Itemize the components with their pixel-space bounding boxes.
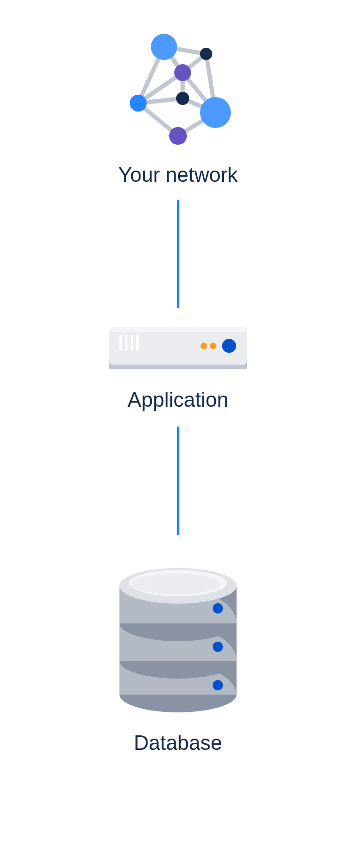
svg-point-27 bbox=[210, 343, 216, 349]
svg-point-15 bbox=[130, 95, 147, 112]
svg-point-35 bbox=[213, 642, 223, 652]
network-graph-icon bbox=[117, 28, 239, 150]
svg-point-16 bbox=[176, 92, 189, 105]
application-label: Application bbox=[127, 388, 228, 412]
svg-point-17 bbox=[200, 97, 231, 128]
connector-line bbox=[177, 427, 179, 535]
svg-rect-25 bbox=[136, 335, 139, 351]
svg-point-14 bbox=[174, 64, 191, 81]
svg-point-26 bbox=[200, 343, 207, 349]
svg-rect-21 bbox=[109, 327, 247, 332]
connector-line bbox=[177, 200, 179, 308]
svg-point-32 bbox=[213, 680, 223, 690]
svg-point-40 bbox=[213, 603, 223, 614]
svg-point-28 bbox=[222, 339, 236, 353]
svg-rect-24 bbox=[131, 335, 133, 351]
network-label: Your network bbox=[118, 163, 237, 187]
database-label: Database bbox=[134, 731, 222, 755]
svg-point-39 bbox=[131, 574, 220, 594]
svg-point-12 bbox=[151, 34, 177, 60]
database-icon bbox=[110, 554, 246, 718]
server-icon bbox=[105, 323, 251, 375]
svg-point-13 bbox=[200, 48, 212, 60]
svg-point-18 bbox=[169, 127, 187, 145]
svg-rect-23 bbox=[125, 335, 127, 351]
svg-rect-22 bbox=[119, 335, 122, 351]
